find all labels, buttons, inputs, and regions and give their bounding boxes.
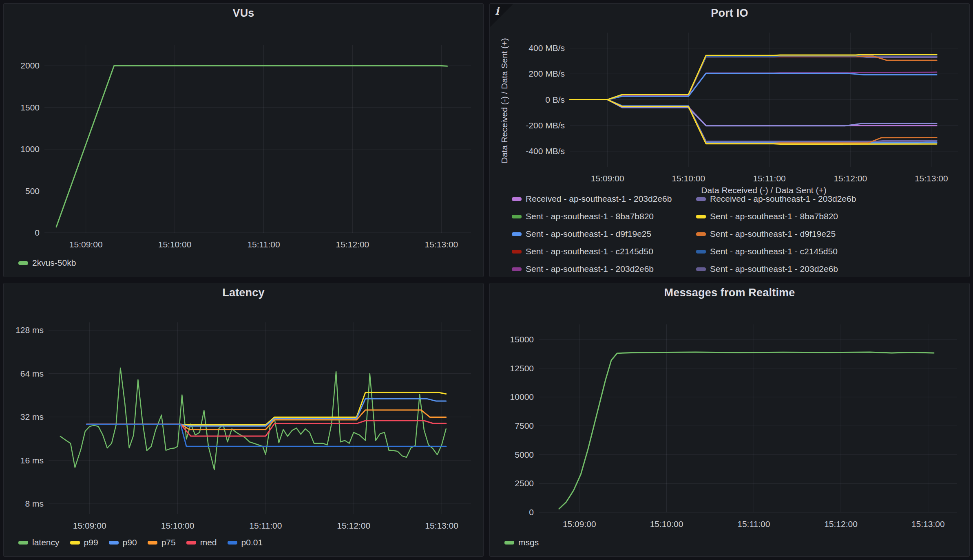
svg-text:0: 0 xyxy=(529,507,534,517)
legend-swatch xyxy=(109,541,119,545)
legend-label: 2kvus-50kb xyxy=(32,258,76,268)
legend-swatch xyxy=(512,250,522,254)
legend-item-received-203d2e6b-a[interactable]: Received - ap-southeast-1 - 203d2e6b xyxy=(512,196,696,208)
latency-legend: latency p99 p90 p75 med p0.01 xyxy=(4,533,483,547)
svg-text:15:10:00: 15:10:00 xyxy=(650,519,683,529)
svg-text:15:13:00: 15:13:00 xyxy=(425,521,458,530)
svg-text:2500: 2500 xyxy=(515,478,534,488)
svg-text:200 MB/s: 200 MB/s xyxy=(529,69,565,78)
legend-item-sent-d9f19e25-b[interactable]: Sent - ap-southeast-1 - d9f19e25 xyxy=(696,225,880,243)
svg-text:15:13:00: 15:13:00 xyxy=(425,240,458,249)
svg-text:7500: 7500 xyxy=(515,421,534,430)
legend-label: Sent - ap-southeast-1 - c2145d50 xyxy=(526,247,653,256)
legend-label: Sent - ap-southeast-1 - d9f19e25 xyxy=(526,229,651,239)
legend-item-p99[interactable]: p99 xyxy=(70,538,98,547)
port-io-legend: Received - ap-southeast-1 - 203d2e6b Rec… xyxy=(490,196,969,277)
vus-legend: 2kvus-50kb xyxy=(4,253,483,268)
legend-label: Sent - ap-southeast-1 - 8ba7b820 xyxy=(710,212,838,221)
port-io-x-axis-title: Data Received (-) / Data Sent (+) xyxy=(490,185,969,196)
svg-text:15:12:00: 15:12:00 xyxy=(824,519,858,529)
panel-info-corner[interactable] xyxy=(490,4,513,27)
legend-label: Sent - ap-southeast-1 - 8ba7b820 xyxy=(526,212,654,221)
svg-text:-400 MB/s: -400 MB/s xyxy=(526,146,565,156)
info-icon[interactable]: i xyxy=(495,5,499,17)
legend-swatch xyxy=(18,261,28,265)
svg-text:15:11:00: 15:11:00 xyxy=(737,519,770,529)
legend-swatch xyxy=(696,232,706,236)
legend-swatch xyxy=(148,541,157,545)
svg-text:128 ms: 128 ms xyxy=(15,325,44,335)
svg-text:400 MB/s: 400 MB/s xyxy=(529,43,565,53)
svg-text:15:10:00: 15:10:00 xyxy=(158,240,192,249)
port-io-y-axis-title: Data Received (-) / Data Sent (+) xyxy=(500,38,509,163)
panel-port-io: i Port IO Data Received (-) / Data Sent … xyxy=(489,3,970,277)
svg-text:15:13:00: 15:13:00 xyxy=(911,519,945,529)
legend-label: Sent - ap-southeast-1 - 203d2e6b xyxy=(526,264,654,274)
legend-label: latency xyxy=(32,538,60,547)
svg-text:15:11:00: 15:11:00 xyxy=(249,521,282,530)
svg-text:0 B/s: 0 B/s xyxy=(545,95,565,104)
legend-item-p90[interactable]: p90 xyxy=(109,538,137,547)
legend-item-sent-c2145d50-a[interactable]: Sent - ap-southeast-1 - c2145d50 xyxy=(512,243,696,260)
svg-text:15:11:00: 15:11:00 xyxy=(753,174,786,183)
svg-text:15:12:00: 15:12:00 xyxy=(336,240,369,249)
panel-title-port-io[interactable]: Port IO xyxy=(490,4,969,22)
legend-item-sent-203d2e6b-a[interactable]: Sent - ap-southeast-1 - 203d2e6b xyxy=(512,260,696,277)
legend-item-latency[interactable]: latency xyxy=(18,538,60,547)
legend-swatch xyxy=(696,197,706,201)
legend-item-msgs[interactable]: msgs xyxy=(504,538,539,547)
legend-swatch xyxy=(696,250,706,254)
svg-text:64 ms: 64 ms xyxy=(20,369,44,378)
svg-text:15:12:00: 15:12:00 xyxy=(834,174,867,183)
panel-title-latency[interactable]: Latency xyxy=(4,283,483,302)
svg-text:15:11:00: 15:11:00 xyxy=(247,240,280,249)
svg-text:15:09:00: 15:09:00 xyxy=(73,521,106,530)
svg-text:5000: 5000 xyxy=(515,450,534,459)
legend-item-sent-203d2e6b-b[interactable]: Sent - ap-southeast-1 - 203d2e6b xyxy=(696,260,880,277)
dashboard-grid: VUs 15:09:0015:10:0015:11:0015:12:0015:1… xyxy=(0,0,973,560)
svg-text:10000: 10000 xyxy=(510,392,534,401)
legend-swatch xyxy=(186,541,196,545)
legend-item-sent-8ba7b820-a[interactable]: Sent - ap-southeast-1 - 8ba7b820 xyxy=(512,208,696,225)
legend-swatch xyxy=(228,541,237,545)
messages-chart[interactable]: 15:09:0015:10:0015:11:0015:12:0015:13:00… xyxy=(490,302,969,533)
panel-title-vus[interactable]: VUs xyxy=(4,4,483,22)
port-io-chart[interactable]: 15:09:0015:10:0015:11:0015:12:0015:13:00… xyxy=(490,22,969,185)
svg-text:1500: 1500 xyxy=(20,103,40,112)
svg-text:16 ms: 16 ms xyxy=(20,456,44,465)
messages-legend: msgs xyxy=(490,533,969,547)
svg-text:15:13:00: 15:13:00 xyxy=(915,174,948,183)
panel-latency: Latency 15:09:0015:10:0015:11:0015:12:00… xyxy=(3,283,484,557)
legend-item-2kvus-50kb[interactable]: 2kvus-50kb xyxy=(18,258,76,268)
legend-item-p75[interactable]: p75 xyxy=(148,538,176,547)
legend-item-sent-c2145d50-b[interactable]: Sent - ap-southeast-1 - c2145d50 xyxy=(696,243,880,260)
svg-text:15000: 15000 xyxy=(510,335,534,344)
legend-item-sent-8ba7b820-b[interactable]: Sent - ap-southeast-1 - 8ba7b820 xyxy=(696,208,880,225)
legend-label: p0.01 xyxy=(241,538,263,547)
legend-label: p99 xyxy=(84,538,98,547)
legend-swatch xyxy=(504,541,514,545)
svg-text:32 ms: 32 ms xyxy=(20,412,44,421)
svg-text:1000: 1000 xyxy=(20,144,40,154)
svg-text:-200 MB/s: -200 MB/s xyxy=(526,121,565,130)
latency-chart[interactable]: 15:09:0015:10:0015:11:0015:12:0015:13:00… xyxy=(4,302,483,533)
legend-swatch xyxy=(696,267,706,271)
legend-label: msgs xyxy=(518,538,539,547)
legend-swatch xyxy=(696,215,706,218)
legend-item-med[interactable]: med xyxy=(186,538,217,547)
legend-item-received-203d2e6b-b[interactable]: Received - ap-southeast-1 - 203d2e6b xyxy=(696,196,880,208)
legend-label: Sent - ap-southeast-1 - 203d2e6b xyxy=(710,264,838,274)
vus-chart[interactable]: 15:09:0015:10:0015:11:0015:12:0015:13:00… xyxy=(4,22,483,253)
svg-text:8 ms: 8 ms xyxy=(25,499,44,508)
legend-swatch xyxy=(512,232,522,236)
legend-swatch xyxy=(512,197,522,201)
legend-item-sent-d9f19e25-a[interactable]: Sent - ap-southeast-1 - d9f19e25 xyxy=(512,225,696,243)
legend-label: Sent - ap-southeast-1 - d9f19e25 xyxy=(710,229,836,239)
svg-text:500: 500 xyxy=(25,186,40,196)
panel-title-messages[interactable]: Messages from Realtime xyxy=(490,283,969,302)
legend-label: p75 xyxy=(161,538,176,547)
svg-text:12500: 12500 xyxy=(510,364,534,373)
svg-text:15:09:00: 15:09:00 xyxy=(563,519,596,529)
legend-label: med xyxy=(200,538,217,547)
legend-item-p001[interactable]: p0.01 xyxy=(228,538,263,547)
